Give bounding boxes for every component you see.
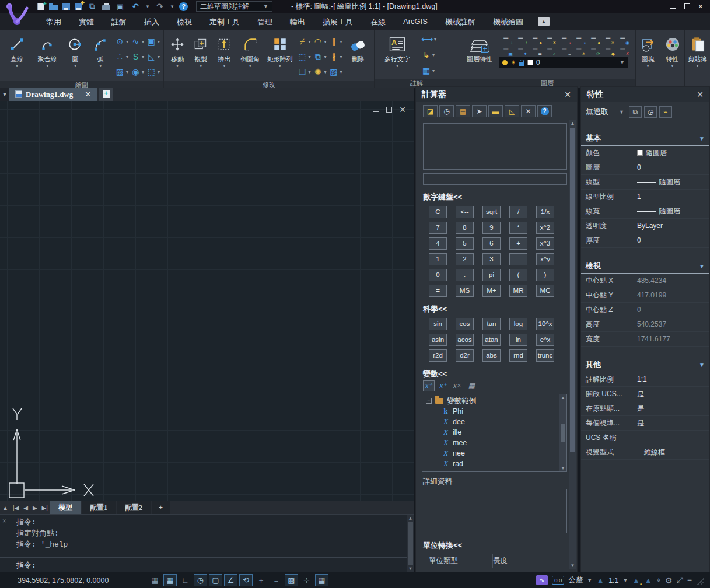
layer-lock-icon[interactable]: ▪ <box>572 33 586 44</box>
property-row[interactable]: 線型比例 1 <box>581 190 709 204</box>
doc-restore-button[interactable] <box>386 107 392 113</box>
calculator-title-bar[interactable]: 計算器 ✕ <box>416 87 577 102</box>
mtext-button[interactable]: A 多行文字▾ <box>377 33 418 68</box>
ribbon-tab[interactable]: 管理 <box>249 13 281 30</box>
annotation-scale[interactable]: 1:1 <box>608 576 618 584</box>
menu-icon[interactable]: ≡ <box>687 576 692 585</box>
calc-button[interactable]: . <box>456 269 474 281</box>
layer-visibility-icon[interactable]: ◉ <box>615 33 630 44</box>
spline-icon[interactable]: ∿▾ <box>131 37 144 46</box>
point-icon[interactable]: ∴▾ <box>115 52 128 61</box>
quick-select-icon[interactable]: ⌁ <box>659 106 672 118</box>
line-button[interactable]: 直線▾ <box>2 33 32 68</box>
command-input[interactable]: 指令: <box>0 557 414 572</box>
variable-row[interactable]: X rad <box>422 459 566 469</box>
dynamic-input-icon[interactable]: ⊹ <box>300 574 313 586</box>
edit-polyline-icon[interactable]: ◠▾ <box>313 37 326 46</box>
variable-row[interactable]: X dee <box>422 416 566 427</box>
brand-badge-icon[interactable]: ∿ <box>536 575 548 585</box>
distance-icon[interactable]: ▬ <box>488 105 503 117</box>
command-scrollbar[interactable]: ▲▼ <box>407 514 414 572</box>
tree-scrollbar[interactable]: ▲▼ <box>559 394 566 471</box>
calc-button[interactable]: atan <box>482 334 501 346</box>
calc-button[interactable]: trunc <box>536 349 554 362</box>
layer-bulb-icon[interactable]: ● <box>528 33 543 44</box>
property-row[interactable]: 寬度 1741.6177 <box>581 332 709 346</box>
move-button[interactable]: 移動▾ <box>166 33 188 68</box>
calc-button[interactable]: - <box>509 253 527 265</box>
calc-button[interactable]: rnd <box>509 349 527 362</box>
add-layout-button[interactable]: + <box>152 501 170 514</box>
layer-on-icon[interactable]: ↑ <box>513 33 528 44</box>
layer-restore-icon[interactable]: ⟳ <box>586 44 601 55</box>
toggle-pickadd-icon[interactable]: ⧉ <box>629 106 642 118</box>
print-icon[interactable] <box>102 5 110 10</box>
selection-cycling-icon[interactable]: ⌖ <box>656 575 661 585</box>
calc-button[interactable]: ) <box>536 269 554 281</box>
layout-tab[interactable]: 配置1 <box>82 501 116 514</box>
align-icon[interactable]: ⧉▾ <box>313 52 326 62</box>
ribbon-collapse-button[interactable]: ▲ <box>538 17 550 26</box>
layer-thaw-icon[interactable]: ☀ <box>601 33 615 44</box>
annotation-auto-scale-icon[interactable]: ▲ <box>632 576 640 585</box>
settings-gear-icon[interactable]: ⚙ <box>665 576 673 585</box>
calc-button[interactable]: = <box>429 285 447 297</box>
close-icon[interactable]: ✕ <box>85 90 91 99</box>
layer-walk-icon[interactable]: ✦ <box>513 44 528 55</box>
property-row[interactable]: 厚度 0 <box>581 233 709 248</box>
grid-display-icon[interactable]: ▦ <box>148 574 162 586</box>
angle-snap-icon[interactable]: ∠ <box>224 574 237 586</box>
variables-section-label[interactable]: 變數<< <box>423 369 568 379</box>
property-row[interactable]: 註解比例 1:1 <box>581 372 709 387</box>
arc-button[interactable]: 弧▾ <box>89 33 113 68</box>
scale-icon[interactable]: ⬚▾ <box>297 52 310 61</box>
annotation-visibility-icon[interactable]: ▲ <box>596 576 604 585</box>
delete-variable-icon[interactable]: x× <box>452 381 463 391</box>
calc-button[interactable]: 2 <box>456 253 474 265</box>
calc-button[interactable]: 7 <box>429 222 447 234</box>
calc-button[interactable]: 5 <box>456 237 474 250</box>
revcloud-icon[interactable]: ⬚▾ <box>146 67 160 76</box>
layer-match-icon[interactable]: ▣ <box>499 44 513 55</box>
workspace-dropdown[interactable]: 二維草圖與註解 ▼ <box>196 1 272 12</box>
polyline-button[interactable]: 聚合線▾ <box>33 33 62 68</box>
donut-icon[interactable]: ◉▾ <box>131 67 144 76</box>
property-row[interactable]: 每個視埠... 是 <box>581 416 709 430</box>
calc-button[interactable]: MC <box>536 285 554 297</box>
property-row[interactable]: 在原點顯... 是 <box>581 401 709 416</box>
units-section-label[interactable]: 單位轉換<< <box>423 540 568 551</box>
resize-grip[interactable] <box>696 576 704 584</box>
stretch-button[interactable]: 擠出▾ <box>213 33 235 68</box>
match-properties-icon[interactable]: ∥▾ <box>328 37 342 46</box>
property-row[interactable]: 中心點 Y 417.0199 <box>581 288 709 303</box>
drawing-canvas[interactable]: ✕ <box>0 101 414 501</box>
block-panel-collapsed[interactable]: 圖塊▾ <box>636 30 660 88</box>
layer-copy-icon[interactable]: ◆ <box>601 44 615 55</box>
property-row[interactable]: 中心點 X 485.4234 <box>581 274 709 288</box>
dimension-icon[interactable]: ⟷▾ <box>421 34 436 44</box>
ribbon-tab[interactable]: 實體 <box>70 13 103 30</box>
variable-row[interactable]: X ille <box>422 427 566 438</box>
gradient-icon[interactable]: ▨▾ <box>328 67 342 76</box>
property-row[interactable]: 視覺型式 二維線框 <box>581 445 709 460</box>
open-icon[interactable] <box>49 5 58 10</box>
calculator-mode-icon[interactable]: ▦ <box>467 381 477 391</box>
object-snap-tracking-icon[interactable]: ⟲ <box>239 574 253 586</box>
calc-button[interactable]: ( <box>509 269 527 281</box>
calc-button[interactable]: 4 <box>429 237 447 250</box>
calc-button[interactable]: 10^x <box>536 318 554 330</box>
redo-caret-icon[interactable] <box>170 2 174 11</box>
doc-minimize-button[interactable] <box>373 111 379 112</box>
calc-button[interactable]: <-- <box>456 206 474 218</box>
drawing-tab-menu-icon[interactable]: ▼ <box>0 88 9 101</box>
calc-button[interactable]: 8 <box>456 222 474 234</box>
clear-icon[interactable]: ◪ <box>423 105 438 117</box>
calc-button[interactable]: sqrt <box>482 206 501 218</box>
calc-button[interactable]: 9 <box>482 222 501 234</box>
paste-to-cmdline-icon[interactable]: ▤ <box>456 105 470 117</box>
object-snap-icon[interactable]: ▢ <box>209 574 222 586</box>
clipboard-panel-collapsed[interactable]: 剪貼簿▾ <box>685 30 710 88</box>
spline-cv-icon[interactable]: S▾ <box>131 52 144 61</box>
layer-delete-icon[interactable]: ▪ <box>557 33 572 44</box>
calc-button[interactable]: abs <box>482 349 501 362</box>
